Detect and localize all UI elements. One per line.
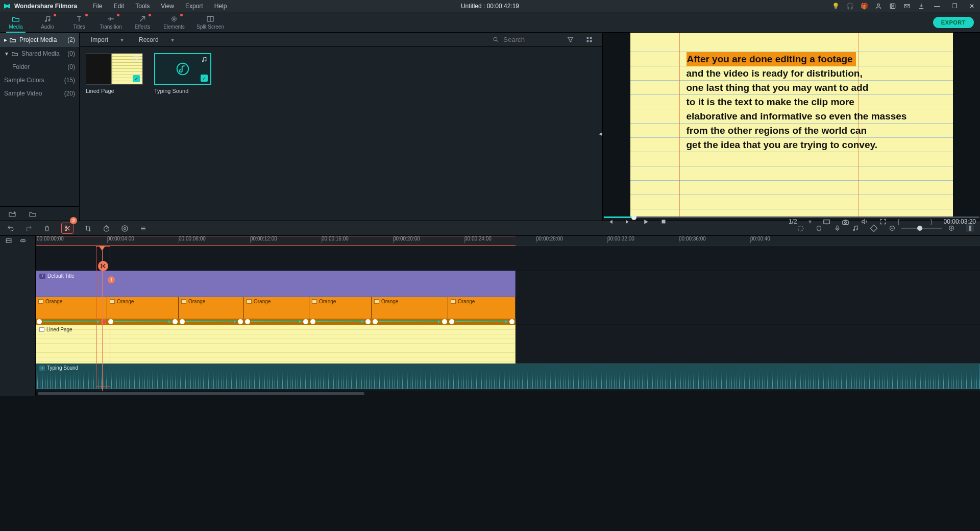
clip-typing-sound[interactable]: ♪Typing Sound: [36, 364, 980, 389]
record-dropdown[interactable]: Record▾: [134, 33, 179, 46]
mail-icon[interactable]: [903, 3, 911, 10]
timeline-ruler[interactable]: 00:00:00:00 00:00:04:00 00:00:08:00 00:0…: [36, 236, 980, 246]
undo-button[interactable]: [6, 224, 14, 232]
volume-icon[interactable]: [861, 218, 868, 225]
playhead[interactable]: [102, 246, 103, 391]
collapse-handle-icon[interactable]: ◀: [599, 131, 602, 136]
tab-effects[interactable]: Effects: [127, 12, 158, 33]
settings-button[interactable]: [139, 224, 147, 232]
window-maximize[interactable]: ❐: [949, 3, 960, 10]
zoom-slider[interactable]: [901, 228, 942, 229]
tree-folder[interactable]: Folder (0): [0, 60, 79, 74]
track-audio-1[interactable]: A1 ♪Typing Sound: [36, 364, 980, 391]
filter-icon[interactable]: [564, 36, 577, 43]
check-icon: ✓: [133, 75, 140, 82]
track-video-1[interactable]: T1 Lined Page: [36, 325, 980, 364]
search-box[interactable]: [493, 35, 558, 44]
fullscreen-icon[interactable]: [879, 218, 887, 225]
menu-file[interactable]: File: [87, 1, 107, 11]
tree-shared-media[interactable]: ▾ Shared Media (0): [0, 47, 79, 60]
menu-export[interactable]: Export: [180, 1, 208, 11]
import-dropdown[interactable]: Import▾: [86, 33, 129, 46]
zoom-fit-button[interactable]: [966, 224, 974, 232]
gift-icon[interactable]: 🎁: [861, 3, 868, 10]
track-text-2[interactable]: T2 OrangeOrangeOrangeOrangeOrangeOrangeO…: [36, 297, 980, 325]
tab-titles[interactable]: Titles: [63, 12, 95, 33]
tab-elements[interactable]: Elements: [158, 12, 190, 33]
zoom-in-button[interactable]: [947, 224, 955, 232]
render-icon[interactable]: [796, 224, 804, 232]
svg-point-4: [48, 19, 50, 21]
menu-bar: File Edit Tools View Export Help: [87, 1, 232, 11]
next-frame-button[interactable]: [625, 219, 631, 225]
clip-orange[interactable]: Orange: [107, 297, 179, 319]
play-button[interactable]: [643, 219, 649, 225]
svg-rect-29: [870, 225, 877, 231]
delete-button[interactable]: [43, 224, 51, 232]
preview-canvas: After you are done editing a footage and…: [630, 33, 953, 216]
stop-button[interactable]: [660, 219, 667, 225]
audio-mixer-icon[interactable]: [851, 224, 860, 232]
tree-sample-video[interactable]: Sample Video (20): [0, 87, 79, 100]
grid-view-icon[interactable]: [582, 36, 596, 43]
clip-orange[interactable]: Orange: [448, 297, 516, 319]
clip-orange[interactable]: Orange: [372, 297, 448, 319]
zoom-out-button[interactable]: [888, 224, 896, 232]
color-button[interactable]: [120, 224, 129, 232]
svg-rect-16: [662, 220, 666, 224]
clip-orange[interactable]: Orange: [179, 297, 244, 319]
preview-scrubber[interactable]: [603, 216, 980, 218]
tab-audio[interactable]: Audio: [32, 12, 63, 33]
track-text-3[interactable]: T3 TDefault Title: [36, 271, 980, 297]
svg-point-0: [877, 4, 880, 6]
timeline: 00:00:00:00 00:00:04:00 00:00:08:00 00:0…: [0, 236, 980, 396]
timeline-link-icon[interactable]: [19, 237, 27, 244]
timeline-scrollbar[interactable]: [36, 391, 980, 396]
media-item-typing-sound[interactable]: ✓ Typing Sound: [154, 53, 211, 94]
svg-rect-8: [587, 37, 589, 39]
media-item-lined-page[interactable]: ✓ Lined Page: [86, 53, 143, 94]
window-close[interactable]: ✕: [967, 3, 977, 10]
clip-orange[interactable]: Orange: [309, 297, 372, 319]
export-button[interactable]: EXPORT: [933, 17, 974, 28]
tree-project-media[interactable]: ▸ Project Media (2): [0, 33, 79, 47]
clip-orange[interactable]: Orange: [36, 297, 107, 319]
speed-button[interactable]: [102, 224, 110, 232]
menu-view[interactable]: View: [156, 1, 179, 11]
menu-help[interactable]: Help: [209, 1, 232, 11]
check-icon: ✓: [201, 75, 208, 82]
prev-frame-button[interactable]: [607, 219, 614, 225]
add-folder-icon[interactable]: [8, 210, 16, 218]
search-input[interactable]: [502, 35, 558, 44]
clip-default-title[interactable]: TDefault Title: [36, 271, 516, 297]
split-button[interactable]: [61, 223, 74, 234]
idea-icon[interactable]: 💡: [832, 3, 839, 10]
clip-orange[interactable]: Orange: [244, 297, 309, 319]
svg-rect-10: [587, 40, 589, 42]
window-minimize[interactable]: —: [932, 3, 942, 10]
display-icon[interactable]: [823, 219, 830, 225]
keyframe-icon[interactable]: [870, 224, 878, 232]
snapshot-icon[interactable]: [842, 219, 849, 225]
account-icon[interactable]: [875, 3, 882, 10]
menu-tools[interactable]: Tools: [130, 1, 155, 11]
music-small-icon: [201, 56, 208, 63]
menu-edit[interactable]: Edit: [108, 1, 129, 11]
svg-rect-9: [590, 37, 592, 39]
tab-split-screen[interactable]: Split Screen: [190, 12, 231, 33]
open-folder-icon[interactable]: [29, 210, 37, 218]
voiceover-icon[interactable]: [833, 224, 841, 232]
save-icon[interactable]: [889, 3, 896, 10]
headphones-icon[interactable]: 🎧: [846, 3, 853, 10]
clip-lined-page[interactable]: Lined Page: [36, 325, 516, 364]
download-icon[interactable]: [918, 3, 925, 10]
app-logo-icon: [3, 2, 11, 10]
marker-shield-icon[interactable]: [815, 224, 823, 232]
tab-media[interactable]: Media: [0, 12, 32, 33]
crop-button[interactable]: [84, 224, 92, 232]
tab-transition[interactable]: Transition: [95, 12, 127, 33]
transition-icon: [107, 15, 115, 23]
tree-sample-colors[interactable]: Sample Colors (15): [0, 74, 79, 87]
timeline-options-icon[interactable]: [5, 237, 12, 244]
redo-button[interactable]: [24, 224, 33, 232]
